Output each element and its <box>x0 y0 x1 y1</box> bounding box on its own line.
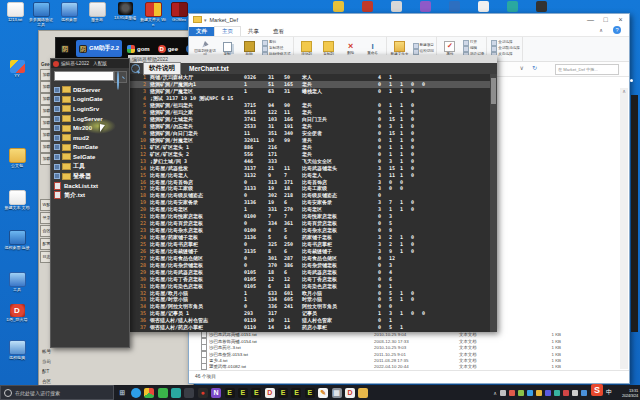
refresh-icon[interactable]: ↻ <box>532 64 537 71</box>
editor-scrollbar-thumb[interactable] <box>491 78 496 104</box>
file-row[interactable]: 沙巴克杂货-0153.txt2011-10-25 9:01文本文档1 KB <box>191 351 619 357</box>
minimize-button[interactable]: — <box>584 15 597 25</box>
tree-item-简介.txt[interactable]: 简介.txt <box>53 191 127 201</box>
desktop-icon-13.95搜服端[interactable]: 13.95搜服端 <box>112 2 138 21</box>
desktop-icon-D盾_防火墙[interactable]: DD盾_防火墙 <box>4 304 30 323</box>
ime-language-indicator[interactable]: 中 <box>606 388 612 397</box>
desktop-icon-YY[interactable]: YY <box>4 60 30 79</box>
explorer-search-input[interactable]: 在 Market_Def 中搜... <box>555 64 619 75</box>
taskbar-icon-pencil[interactable]: ✎ <box>318 388 328 398</box>
desktop-icon-远程电脑[interactable]: 远程电脑 <box>4 340 30 361</box>
tray-icon[interactable] <box>545 390 551 396</box>
desktop-mini-icon[interactable] <box>536 1 547 12</box>
taskbar-icon-emeditor[interactable]: E <box>238 388 248 398</box>
desktop-mini-icon[interactable] <box>420 1 431 12</box>
editor-titlebar[interactable]: 编辑器帮助2022 <box>128 55 497 63</box>
tray-icon[interactable] <box>554 390 560 396</box>
ribbon-tab-文件[interactable]: 文件 <box>189 27 214 36</box>
desktop-icon-服务器[interactable]: 服务器 <box>84 2 110 23</box>
config-search-button[interactable] <box>114 71 127 83</box>
tray-icon[interactable] <box>500 390 506 396</box>
desktop-icon-远程桌面 连接[interactable]: 远程桌面 连接 <box>4 230 30 251</box>
taskbar-icon-folder[interactable] <box>358 388 368 398</box>
file-row[interactable]: 沙巴克药店-3.txt2010-10-25 9:03文本文档1 KB <box>191 344 619 350</box>
taskbar-icon-circle[interactable] <box>184 388 194 398</box>
explorer-titlebar[interactable]: ▾ Market_Def <box>189 14 629 25</box>
address-dropdown-icon[interactable]: ∨ <box>520 64 524 71</box>
launcher-item-阴[interactable]: 阴 <box>58 40 74 57</box>
desktop-icon-公文包[interactable]: 公文包 <box>4 148 30 169</box>
tree-item-mud2[interactable]: mud2 <box>53 133 127 143</box>
tray-icon[interactable] <box>536 390 542 396</box>
taskbar-icon-emeditor[interactable]: E <box>278 388 288 398</box>
editor-content[interactable]: 1商铺/沃玛森林大厅03263150米人412猪洞矿洞/尸魔洞内1151165老… <box>128 74 490 332</box>
tray-icon[interactable] <box>509 390 515 396</box>
taskbar-icon-bird[interactable] <box>131 388 141 398</box>
taskbar-icon-taskview[interactable]: ⊞ <box>117 388 127 398</box>
tray-icon[interactable] <box>581 390 587 396</box>
tree-item-工具[interactable]: 工具 <box>53 162 127 172</box>
desktop-icon-1213.txt[interactable]: 1213.txt <box>2 2 28 23</box>
taskbar-icon-dtool[interactable]: D <box>345 388 355 398</box>
desktop-icon-新建文本 文档[interactable]: 新建文本 文档 <box>4 190 30 211</box>
tree-item-LoginGate[interactable]: LoginGate <box>53 95 127 105</box>
taskbar-icon-vscode[interactable]: N <box>211 388 221 398</box>
config-titlebar[interactable]: 编辑器-L2022 入配版 <box>51 59 129 68</box>
taskbar-icon-wechat[interactable] <box>158 388 168 398</box>
launcher-item-GM助手2.2[interactable]: 阴GM助手2.2 <box>76 40 122 57</box>
desktop-icon-新建文件夹 Win[interactable]: 新建文件夹 Win <box>140 2 166 27</box>
editor-scrollbar[interactable] <box>490 74 497 332</box>
desktop-icon-工具[interactable]: 工具 <box>4 272 30 293</box>
taskbar-icon-emeditor[interactable]: E <box>251 388 261 398</box>
desktop-mini-icon[interactable] <box>391 1 402 12</box>
desktop-mini-icon[interactable] <box>507 1 518 12</box>
taskbar-icon-emeditor[interactable]: E <box>305 388 315 398</box>
search-icon[interactable] <box>131 64 140 73</box>
taskbar-icon-emeditor[interactable]: E <box>291 388 301 398</box>
taskbar-clock[interactable]: 13:31 2024/3/24 <box>616 388 638 398</box>
close-button[interactable]: × <box>614 15 627 25</box>
desktop-icon-远程桌面[interactable]: 远程桌面 <box>56 2 82 23</box>
tree-item-LoginSrv[interactable]: LoginSrv <box>53 104 127 114</box>
help-icon[interactable]: ? <box>613 26 621 34</box>
sogou-ime-icon[interactable]: S <box>591 384 603 396</box>
desktop-mini-icon[interactable] <box>333 1 344 12</box>
desktop-mini-icon[interactable] <box>449 1 460 12</box>
line-col: 0 <box>244 255 268 261</box>
ribbon-tab-查看[interactable]: 查看 <box>266 27 291 36</box>
tray-icon[interactable] <box>572 390 578 396</box>
taskbar-icon-chrome[interactable] <box>144 388 154 398</box>
file-row[interactable]: 沙巴克武器商铺-0151.txt2010-10-25 9:04文本文档1 KB <box>191 332 619 338</box>
ribbon-tab-主页[interactable]: 主页 <box>214 26 241 36</box>
ribbon-button-重命名[interactable]: I重命名 <box>362 42 384 56</box>
taskbar-icon-grid[interactable]: ▦ <box>332 388 342 398</box>
desktop-mini-icon[interactable] <box>362 1 373 12</box>
tree-item-登录器[interactable]: 登录器 <box>53 171 127 181</box>
tray-icon[interactable] <box>563 390 569 396</box>
file-row[interactable]: 沙巴克首饰商铺-0154.txt2003-12-30 17:33文本文档1 KB <box>191 338 619 344</box>
ribbon-button-删除[interactable]: ×删除 <box>340 42 362 56</box>
tray-icon[interactable] <box>518 390 524 396</box>
explorer-scrollbar[interactable]: ∧ <box>620 88 628 369</box>
line-col: 18 <box>284 185 302 191</box>
tree-item-DBServer[interactable]: DBServer <box>53 85 127 95</box>
ribbon-tab-共享[interactable]: 共享 <box>241 27 266 36</box>
taskbar-icon-record[interactable]: ● <box>198 388 208 398</box>
taskbar-icon-dtool[interactable]: D <box>265 388 275 398</box>
taskbar-icon-cloud[interactable] <box>171 388 181 398</box>
tree-item-BackList.txt[interactable]: BackList.txt <box>53 181 127 191</box>
taskbar-icon-emeditor[interactable]: E <box>225 388 235 398</box>
taskbar-search[interactable]: 在此处键入进行搜索 <box>0 385 114 400</box>
ribbon-collapse-icon[interactable]: ∧ <box>599 27 603 33</box>
line-number: 20 <box>128 206 150 212</box>
tree-item-RunGate[interactable]: RunGate <box>53 143 127 153</box>
desktop-icon-多多网络验证 工具[interactable]: 多多网络验证 工具 <box>28 2 54 27</box>
quick-access-chevron-icon[interactable]: ▾ <box>204 17 207 23</box>
desktop-mini-icon[interactable] <box>478 1 489 12</box>
file-row[interactable]: 雪乡-4.txt2011-03-28 17:35文本文档1 KB <box>191 357 619 363</box>
config-search-input[interactable] <box>54 71 114 81</box>
tray-icon[interactable] <box>527 390 533 396</box>
tree-item-SelGate[interactable]: SelGate <box>53 152 127 162</box>
tab-merchant-txt[interactable]: MerChant.txt <box>184 64 234 73</box>
maximize-button[interactable]: □ <box>599 15 612 25</box>
